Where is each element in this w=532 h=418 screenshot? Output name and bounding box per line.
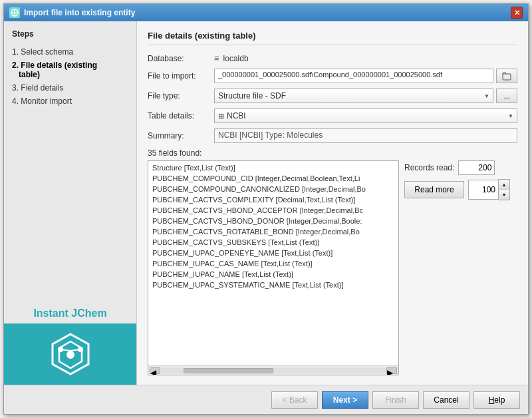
title-bar-left: Import file into existing entity xyxy=(9,7,135,18)
fields-section: 35 fields found: Structure [Text,List (T… xyxy=(148,148,517,375)
footer: < Back Next > Finish Cancel Help xyxy=(4,385,528,414)
list-item[interactable]: PUBCHEM_CACTVS_HBOND_ACCEPTOR [Integer,D… xyxy=(150,205,397,216)
cancel-button[interactable]: Cancel xyxy=(423,391,469,409)
steps-list: 1. Select schema 2. File details (existi… xyxy=(12,45,128,108)
summary-field: NCBI [NCBI] Type: Molecules xyxy=(214,128,517,143)
filetype-label: File type: xyxy=(148,91,214,101)
table-label: Table details: xyxy=(148,111,214,120)
table-dropdown[interactable]: ⊞ NCBI ▼ xyxy=(214,108,517,123)
spinner-down-button[interactable]: ▼ xyxy=(499,190,509,200)
dialog-title: Import file into existing entity xyxy=(24,8,135,17)
filetype-dropdown-arrow: ▼ xyxy=(484,93,489,99)
list-item[interactable]: PUBCHEM_COMPOUND_CANONICALIZED [Integer,… xyxy=(150,184,397,194)
list-item[interactable]: PUBCHEM_COMPOUND_CID [Integer,Decimal,Bo… xyxy=(150,173,397,184)
read-more-button[interactable]: Read more xyxy=(404,181,464,198)
step-4-number: 4. xyxy=(12,97,19,106)
records-read-input[interactable]: 200 xyxy=(458,160,495,175)
records-read-row: Records read: 200 xyxy=(404,160,517,175)
help-label: Help xyxy=(489,395,505,405)
app-icon xyxy=(9,7,20,18)
folder-icon xyxy=(502,71,511,81)
scroll-right-btn[interactable]: ▶ xyxy=(386,367,397,374)
records-read-label: Records read: xyxy=(404,163,454,172)
sidebar-content: Steps 1. Select schema 2. File details (… xyxy=(4,21,137,304)
spinner-buttons: ▲ ▼ xyxy=(498,179,510,200)
file-import-label: File to import: xyxy=(148,71,214,81)
list-item[interactable]: PUBCHEM_IUPAC_OPENEYE_NAME [Text,List (T… xyxy=(150,248,397,258)
brand-name: Instant JChem xyxy=(4,304,136,323)
step-1: 1. Select schema xyxy=(12,45,128,59)
main-panel: File details (existing table) Database: … xyxy=(137,21,528,385)
table-selected: NCBI xyxy=(227,111,246,120)
filetype-selected: Structure file - SDF xyxy=(218,91,286,101)
svg-rect-10 xyxy=(503,74,511,80)
table-value: ⊞ NCBI ▼ xyxy=(214,108,517,123)
cancel-label: Cancel xyxy=(434,395,458,405)
step-1-number: 1. xyxy=(12,47,19,57)
title-bar: Import file into existing entity ✕ xyxy=(4,4,528,21)
file-import-value: _000000001_000025000.sdf\Compound_000000… xyxy=(214,69,517,83)
sidebar: Steps 1. Select schema 2. File details (… xyxy=(4,21,137,385)
spinner-up-button[interactable]: ▲ xyxy=(499,180,509,190)
summary-value: NCBI [NCBI] Type: Molecules xyxy=(214,128,517,143)
brand-logo-icon xyxy=(47,331,94,377)
database-icon: ≡ xyxy=(214,53,219,63)
panel-title: File details (existing table) xyxy=(148,31,517,45)
list-item[interactable]: PUBCHEM_CACTVS_COMPLEXITY [Decimal,Text,… xyxy=(150,194,397,205)
summary-label: Summary: xyxy=(148,131,214,140)
list-item[interactable]: Structure [Text,List (Text)] xyxy=(150,162,397,173)
close-button[interactable]: ✕ xyxy=(511,7,523,19)
table-grid-icon: ⊞ xyxy=(218,112,224,120)
list-item[interactable]: PUBCHEM_IUPAC_CAS_NAME [Text,List (Text)… xyxy=(150,258,397,269)
database-label: Database: xyxy=(148,54,214,63)
step-3-label: Field details xyxy=(21,83,63,93)
dialog: Import file into existing entity ✕ Steps… xyxy=(3,3,529,415)
fields-list-container: Structure [Text,List (Text)]PUBCHEM_COMP… xyxy=(148,160,399,375)
help-button[interactable]: Help xyxy=(473,391,520,409)
read-more-row: Read more ▲ ▼ xyxy=(404,179,517,200)
list-item[interactable]: PUBCHEM_CACTVS_ROTATABLE_BOND [Integer,D… xyxy=(150,226,397,237)
scroll-thumb[interactable] xyxy=(184,368,273,373)
more-button-label: ... xyxy=(503,92,509,100)
steps-heading: Steps xyxy=(12,29,128,39)
fields-found-label: 35 fields found: xyxy=(148,148,517,158)
database-name: localdb xyxy=(223,54,249,63)
more-button[interactable]: ... xyxy=(496,89,517,103)
finish-button[interactable]: Finish xyxy=(372,391,419,409)
read-more-label: Read more xyxy=(414,185,454,194)
database-value: ≡ localdb xyxy=(214,53,517,63)
browse-button[interactable] xyxy=(496,69,517,83)
spinner-input[interactable] xyxy=(468,180,498,200)
horizontal-scrollbar[interactable]: ◀ ▶ xyxy=(148,365,398,375)
step-2-number: 2. xyxy=(12,61,19,70)
back-label: < Back xyxy=(282,395,307,405)
step-4: 4. Monitor import xyxy=(12,95,128,108)
back-button[interactable]: < Back xyxy=(271,391,318,409)
svg-point-5 xyxy=(66,351,74,359)
list-item[interactable]: PUBCHEM_CACTVS_SUBSKEYS [Text,List (Text… xyxy=(150,237,397,248)
list-item[interactable]: PUBCHEM_CACTVS_HBOND_DONOR [Integer,Deci… xyxy=(150,216,397,226)
finish-label: Finish xyxy=(385,395,406,405)
next-button[interactable]: Next > xyxy=(322,391,368,409)
table-row: Table details: ⊞ NCBI ▼ xyxy=(148,108,517,123)
list-item[interactable]: PUBCHEM_IUPAC_NAME [Text,List (Text)] xyxy=(150,269,397,280)
fields-list[interactable]: Structure [Text,List (Text)]PUBCHEM_COMP… xyxy=(148,161,398,365)
step-3-number: 3. xyxy=(12,83,19,93)
step-2: 2. File details (existing table) xyxy=(12,59,128,81)
step-3: 3. Field details xyxy=(12,81,128,95)
file-path-input[interactable]: _000000001_000025000.sdf\Compound_000000… xyxy=(214,69,493,83)
filetype-row: File type: Structure file - SDF ▼ ... xyxy=(148,89,517,103)
list-item[interactable]: PUBCHEM_IUPAC_SYSTEMATIC_NAME [Text,List… xyxy=(150,280,397,290)
table-dropdown-arrow: ▼ xyxy=(508,113,513,119)
records-panel: Records read: 200 Read more ▲ xyxy=(404,160,517,375)
brand-section: Instant JChem xyxy=(4,304,137,385)
next-label: Next > xyxy=(333,395,357,405)
filetype-dropdown[interactable]: Structure file - SDF ▼ xyxy=(214,89,493,103)
fields-content: Structure [Text,List (Text)]PUBCHEM_COMP… xyxy=(148,160,517,375)
content-area: Steps 1. Select schema 2. File details (… xyxy=(4,21,528,385)
scroll-track[interactable] xyxy=(161,368,386,373)
file-import-row: File to import: _000000001_000025000.sdf… xyxy=(148,69,517,83)
spinner-container: ▲ ▼ xyxy=(468,179,510,200)
scroll-left-btn[interactable]: ◀ xyxy=(150,367,160,374)
database-row: Database: ≡ localdb xyxy=(148,53,517,63)
